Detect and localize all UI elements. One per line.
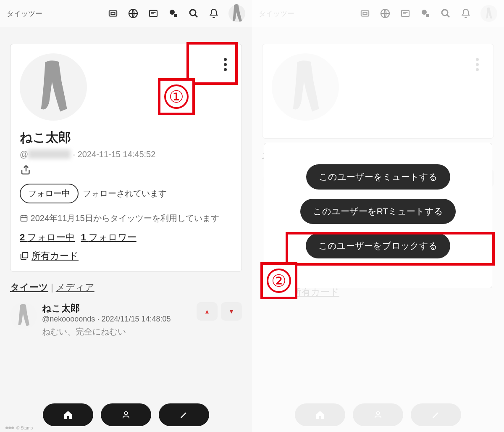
follow-status-row: フォロー中 フォローされています bbox=[20, 184, 232, 203]
svg-point-8 bbox=[190, 10, 196, 16]
svg-rect-20 bbox=[363, 12, 367, 15]
svg-point-17 bbox=[8, 427, 11, 429]
service-name: タイッツー bbox=[7, 9, 42, 18]
rt-mute-user-button[interactable]: このユーザーをRTミュートする bbox=[300, 199, 456, 224]
block-user-button[interactable]: このユーザーをブロックする bbox=[306, 233, 450, 258]
svg-point-18 bbox=[11, 427, 14, 429]
service-name: タイッツー bbox=[259, 9, 294, 18]
svg-point-6 bbox=[170, 10, 175, 15]
user-actions-menu: このユーザーをミュートする このユーザーをRTミュートする このユーザーをブロッ… bbox=[264, 143, 492, 288]
header: タイッツー bbox=[252, 0, 504, 27]
post-avatar[interactable] bbox=[10, 302, 37, 329]
follow-counts: 2 フォロー中 1 フォロワー bbox=[20, 231, 232, 244]
svg-point-29 bbox=[376, 412, 379, 415]
vote-buttons: ▲ ▼ bbox=[197, 302, 242, 337]
search-icon[interactable] bbox=[188, 8, 199, 19]
followed-by-label: フォローされています bbox=[83, 188, 167, 199]
nav-home-button[interactable] bbox=[43, 403, 93, 426]
header: タイッツー bbox=[0, 0, 252, 27]
avatar[interactable] bbox=[20, 53, 87, 121]
nav-profile-button[interactable] bbox=[101, 403, 151, 426]
svg-rect-10 bbox=[21, 216, 27, 221]
post-author[interactable]: ねこ太郎 bbox=[42, 302, 192, 315]
globe-icon[interactable] bbox=[128, 8, 139, 19]
bell-icon[interactable] bbox=[208, 8, 219, 19]
svg-rect-19 bbox=[361, 11, 369, 16]
nav-compose-button[interactable] bbox=[411, 403, 461, 426]
annotation-label-2: ② bbox=[260, 262, 297, 299]
news-icon[interactable] bbox=[400, 8, 411, 19]
game-icon[interactable] bbox=[168, 8, 179, 19]
display-name: ねこ太郎 bbox=[20, 129, 232, 146]
mute-user-button[interactable]: このユーザーをミュートする bbox=[306, 164, 450, 190]
bottom-nav bbox=[0, 403, 252, 426]
ticket-icon[interactable] bbox=[108, 8, 118, 19]
svg-point-15 bbox=[124, 412, 127, 415]
joined-line: 2024年11月15日からタイッツーを利用しています bbox=[20, 212, 232, 224]
profile-card bbox=[262, 44, 494, 139]
post-body: ねこ太郎 @nekooooonds · 2024/11/15 14:48:05 … bbox=[42, 302, 192, 337]
tab-tights[interactable]: タイーツ bbox=[10, 282, 48, 292]
header-icon-row bbox=[108, 5, 245, 22]
post-item[interactable]: ねこ太郎 @nekooooonds · 2024/11/15 14:48:05 … bbox=[5, 298, 247, 342]
svg-point-7 bbox=[174, 14, 177, 17]
post-text: ねむい、完全にねむい bbox=[42, 326, 192, 337]
bell-icon[interactable] bbox=[460, 8, 471, 19]
svg-point-16 bbox=[5, 427, 8, 429]
svg-point-25 bbox=[422, 10, 427, 15]
svg-rect-0 bbox=[109, 11, 117, 16]
more-options-button[interactable] bbox=[472, 57, 482, 72]
owned-cards-link[interactable]: 所有カード bbox=[20, 250, 232, 262]
followers-link[interactable]: 1 フォロワー bbox=[81, 231, 136, 244]
following-button[interactable]: フォロー中 bbox=[20, 184, 79, 203]
nav-profile-button[interactable] bbox=[353, 403, 403, 426]
tab-media[interactable]: メディア bbox=[56, 282, 94, 292]
svg-rect-1 bbox=[111, 12, 115, 15]
header-icon-row bbox=[360, 5, 497, 22]
share-icon[interactable] bbox=[20, 163, 232, 178]
panel-step-1: タイッツー ねこ太郎 @■■■■■■■■ · 2024-11-15 14:45:… bbox=[0, 0, 252, 432]
ticket-icon[interactable] bbox=[360, 8, 370, 19]
upvote-button[interactable]: ▲ bbox=[197, 302, 218, 321]
svg-point-26 bbox=[426, 14, 429, 17]
post-meta: @nekooooonds · 2024/11/15 14:48:05 bbox=[42, 315, 192, 324]
following-link[interactable]: 2 フォロー中 bbox=[20, 231, 75, 244]
news-icon[interactable] bbox=[148, 8, 159, 19]
profile-card: ねこ太郎 @■■■■■■■■ · 2024-11-15 14:45:52 フォロ… bbox=[10, 44, 242, 272]
footer-stamp: © Stamp bbox=[4, 425, 33, 430]
svg-point-27 bbox=[442, 10, 448, 16]
nav-home-button[interactable] bbox=[295, 403, 345, 426]
profile-tabs: タイーツ|メディア bbox=[10, 281, 242, 294]
game-icon[interactable] bbox=[420, 8, 431, 19]
avatar[interactable] bbox=[272, 53, 339, 121]
search-icon[interactable] bbox=[440, 8, 451, 19]
handle-and-date: @■■■■■■■■ · 2024-11-15 14:45:52 bbox=[20, 150, 232, 159]
annotation-label-1: ① bbox=[158, 78, 195, 115]
compose-icon[interactable] bbox=[480, 5, 497, 22]
nav-compose-button[interactable] bbox=[159, 403, 209, 426]
compose-icon[interactable] bbox=[228, 5, 245, 22]
panel-step-2: タイッツー タイーツ|メディア ねこ太郎 @nekooooond bbox=[252, 0, 504, 432]
svg-line-28 bbox=[447, 15, 449, 17]
svg-rect-14 bbox=[22, 253, 28, 258]
svg-line-9 bbox=[195, 15, 197, 17]
downvote-button[interactable]: ▼ bbox=[221, 302, 242, 321]
bottom-nav bbox=[252, 403, 504, 426]
more-options-button[interactable] bbox=[220, 57, 230, 72]
globe-icon[interactable] bbox=[380, 8, 391, 19]
